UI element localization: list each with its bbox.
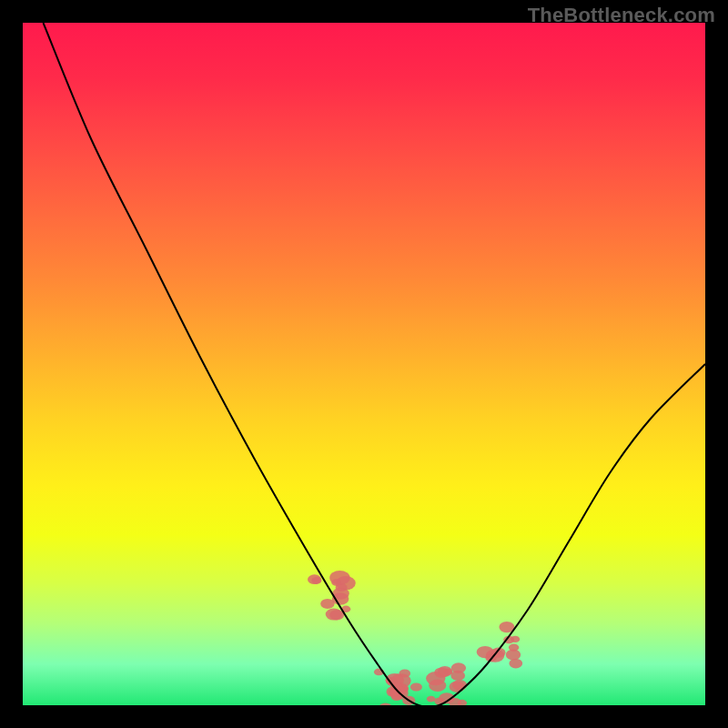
fuzz-dot [329, 610, 344, 620]
bottleneck-curve [44, 23, 706, 705]
chart-stage: TheBottleneck.com [0, 0, 728, 728]
fuzz-dot [336, 576, 356, 591]
fuzz-dot [451, 662, 466, 673]
fuzz-dot [477, 646, 494, 658]
fuzz-layer [308, 571, 522, 705]
watermark-text: TheBottleneck.com [528, 4, 715, 27]
fuzz-dot [386, 677, 397, 685]
fuzz-dot [391, 693, 402, 701]
curve-layer [23, 23, 705, 705]
fuzz-dot [329, 571, 349, 585]
fuzz-dot [410, 682, 422, 691]
fuzz-dot [379, 703, 392, 706]
fuzz-dot [391, 673, 411, 688]
fuzz-dot [402, 696, 415, 705]
fuzz-dot [320, 599, 334, 609]
fuzz-dot [374, 669, 384, 676]
fuzz-dot [390, 682, 402, 691]
fuzz-dot [438, 666, 452, 677]
fuzz-dot [485, 653, 496, 662]
fuzz-dot [452, 680, 467, 691]
fuzz-dot [387, 686, 401, 697]
fuzz-dot [336, 583, 348, 592]
fuzz-dot [326, 609, 342, 621]
fuzz-dot [443, 669, 452, 675]
fuzz-dot [439, 693, 454, 703]
fuzz-dot [450, 671, 465, 681]
fuzz-dot [429, 680, 446, 693]
fuzz-dot [434, 697, 444, 704]
fuzz-dot [434, 667, 449, 677]
fuzz-dot [449, 698, 461, 705]
fuzz-dot [311, 577, 321, 584]
fuzz-dot [509, 644, 519, 652]
fuzz-dot [503, 636, 514, 644]
fuzz-dot [390, 682, 408, 695]
fuzz-dot [308, 574, 321, 584]
fuzz-dot [426, 672, 445, 685]
fuzz-dot [427, 696, 436, 703]
fuzz-dot [331, 579, 341, 586]
fuzz-dot [399, 670, 411, 678]
fuzz-dot [332, 592, 349, 604]
fuzz-dot [399, 685, 409, 693]
fuzz-dot [506, 650, 521, 661]
fuzz-dot [389, 689, 399, 696]
fuzz-dot [486, 649, 504, 662]
fuzz-dot [499, 622, 514, 632]
fuzz-dot [332, 588, 349, 600]
fuzz-dot [509, 659, 522, 669]
fuzz-dot [390, 687, 409, 700]
fuzz-dot [450, 682, 465, 693]
plot-area [23, 23, 705, 705]
fuzz-dot [458, 700, 467, 705]
fuzz-dot [386, 673, 405, 687]
fuzz-dot [511, 636, 520, 642]
fuzz-dot [341, 606, 350, 612]
fuzz-dot [491, 648, 506, 658]
